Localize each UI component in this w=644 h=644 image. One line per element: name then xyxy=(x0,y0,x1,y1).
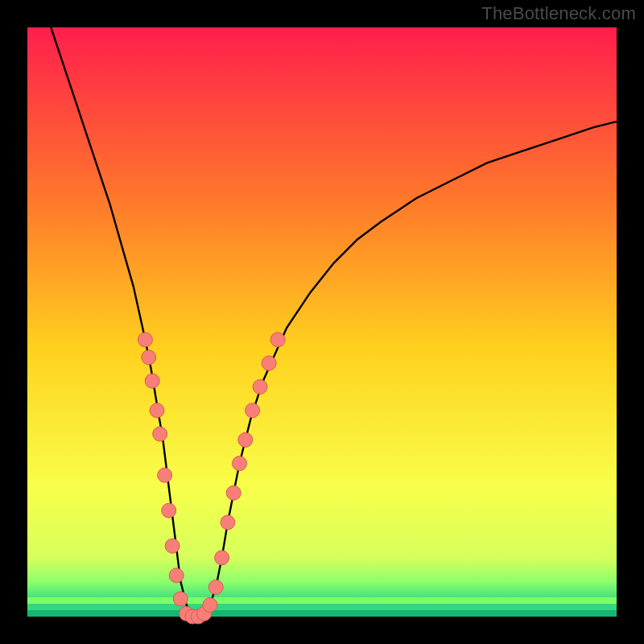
highlight-dot xyxy=(145,374,159,388)
highlight-dot xyxy=(226,485,241,500)
highlight-dot xyxy=(203,597,217,612)
highlight-dot xyxy=(173,592,188,606)
watermark-text: TheBottleneck.com xyxy=(481,3,636,24)
plot-area xyxy=(27,27,617,617)
highlight-dot xyxy=(142,350,156,365)
highlight-dot xyxy=(153,427,167,441)
band-3 xyxy=(27,610,617,617)
highlight-dot xyxy=(221,515,235,530)
highlight-dot xyxy=(162,503,176,518)
highlight-dot xyxy=(169,568,184,583)
highlight-dot xyxy=(158,468,172,482)
band-2 xyxy=(27,604,617,610)
band-1 xyxy=(27,597,617,604)
highlight-dot xyxy=(238,432,253,447)
highlight-dot xyxy=(262,356,276,370)
highlight-dot xyxy=(150,403,164,418)
highlight-dot xyxy=(246,403,260,418)
highlight-dot xyxy=(215,551,229,565)
highlight-dot xyxy=(233,456,247,471)
highlight-dot xyxy=(138,332,152,347)
highlight-dot xyxy=(253,380,267,394)
highlight-dot xyxy=(208,580,223,594)
highlight-dot xyxy=(270,332,285,347)
chart-container: TheBottleneck.com xyxy=(0,0,644,644)
highlight-dot xyxy=(165,539,180,553)
bottleneck-chart xyxy=(0,0,644,644)
